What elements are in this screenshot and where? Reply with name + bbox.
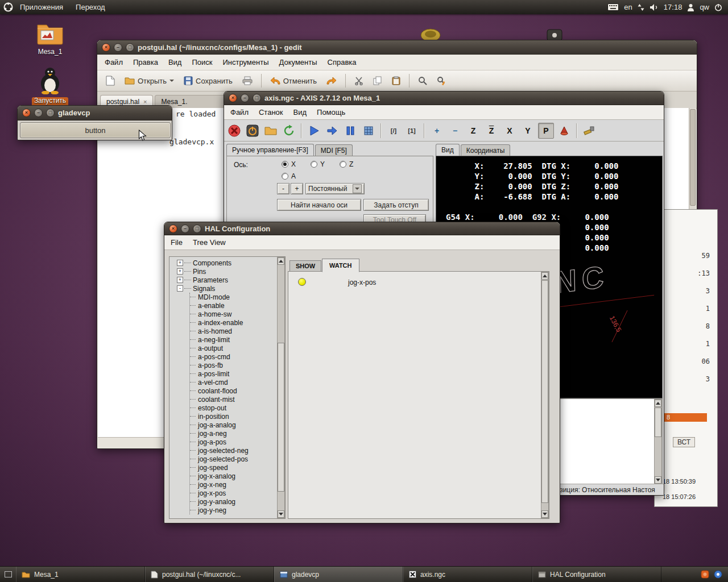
maximize-button[interactable]: □ [126,43,134,52]
jog-mode-select[interactable]: Постоянный [305,183,365,194]
menu-item[interactable]: Файл [100,56,128,69]
tree-item[interactable]: jog-a-analog [190,421,285,429]
tree-item[interactable]: jog-y-neg [190,506,285,514]
tree-item[interactable]: jog-a-pos [190,438,285,446]
radio-axis-z[interactable]: Z [340,160,353,168]
menu-item[interactable]: Tree View [188,236,231,248]
tree-item[interactable]: a-is-homed [190,327,285,335]
replace-button[interactable] [433,74,450,87]
close-button[interactable]: × [22,109,31,117]
paste-button[interactable] [388,74,404,87]
find-button[interactable] [414,74,431,87]
zoom-out-icon[interactable]: − [447,123,463,139]
tree-item[interactable]: estop-out [190,404,285,412]
network-activity-icon[interactable] [638,3,644,11]
tree-item[interactable]: MDI-mode [190,293,285,301]
tree-item[interactable]: jog-a-neg [190,429,285,438]
user-icon[interactable] [687,3,694,11]
radio-axis-x[interactable]: X [282,160,296,168]
tray-icon-orange[interactable] [701,570,709,579]
minimize-button[interactable]: – [34,109,43,117]
keyboard-icon[interactable] [607,3,619,11]
view-z2-button[interactable]: Z [483,123,499,139]
radio-axis-a[interactable]: A [282,172,296,180]
open-button[interactable]: Открыть [121,75,178,87]
tree-item[interactable]: a-pos-fb [190,361,285,369]
scrollbar-thumb[interactable] [690,109,696,206]
tree-root-item[interactable]: - Signals [177,284,285,293]
tree-item[interactable]: jog-x-neg [190,480,285,489]
touch-off-button[interactable]: Задать отступ [363,199,429,211]
maximize-button[interactable]: □ [253,94,261,102]
volume-icon[interactable] [650,3,659,11]
optional-stop-toggle[interactable]: [1] [404,123,420,139]
tree-expander[interactable]: + [177,277,183,283]
distributor-logo-icon[interactable] [3,2,13,12]
tree-expander[interactable]: - [177,285,183,292]
tree-item[interactable]: coolant-mist [190,395,285,404]
zoom-in-icon[interactable]: + [429,123,445,139]
save-button[interactable]: Сохранить [180,74,237,87]
tree-root-item[interactable]: + Parameters [177,276,285,284]
taskbar-item-gedit[interactable]: postgui.hal (~/linuxcnc/c... [145,567,274,582]
menu-item[interactable]: Инструменты [217,56,274,69]
tree-item[interactable]: jog-selected-pos [190,455,285,463]
menu-item[interactable]: Документы [274,56,322,69]
scrollbar-thumb[interactable] [655,408,661,437]
home-axis-button[interactable]: Найти начало оси [277,199,361,211]
menu-item[interactable]: Файл [225,106,254,118]
hal-tree-panel[interactable]: + Components + Pins + Parameters - Signa… [169,256,286,519]
tree-item[interactable]: jog-speed [190,463,285,472]
menu-item[interactable]: Станок [254,106,288,118]
rotate-view-icon[interactable] [556,123,572,139]
clear-plot-icon[interactable] [581,123,597,139]
gedit-titlebar[interactable]: × – □ postgui.hal (~/linuxcnc/configs/Me… [97,40,697,55]
tab-mdi[interactable]: MDI [F5] [315,144,353,156]
view-z-button[interactable]: Z [465,123,481,139]
tab-watch[interactable]: WATCH [322,259,359,272]
scroll-up-arrow[interactable] [655,400,661,407]
minimize-button[interactable]: – [241,94,249,102]
menu-item[interactable]: Справка [322,56,362,69]
jog-minus-button[interactable]: - [277,183,289,194]
radio-axis-y[interactable]: Y [311,160,325,168]
step-icon[interactable] [324,123,340,139]
cut-button[interactable] [350,74,367,87]
taskbar-item-axis[interactable]: axis.ngc [403,567,532,582]
watch-panel[interactable]: jog-x-pos [288,271,549,519]
desktop-icon-mesa1[interactable]: Mesa_1 [32,22,68,56]
stop-icon[interactable] [361,123,377,139]
menu-item[interactable]: Помощь [312,106,350,118]
tree-item[interactable]: a-vel-cmd [190,378,285,386]
tree-expander[interactable]: + [177,260,183,266]
watch-scrollbar[interactable] [541,272,549,518]
hal-titlebar[interactable]: × – □ HAL Configuration [164,222,560,235]
jog-plus-button[interactable]: + [291,183,303,194]
close-button[interactable]: × [229,94,237,102]
menu-item[interactable]: Поиск [187,56,217,69]
clock-indicator[interactable]: 17:18 [664,3,682,11]
tab-dro[interactable]: Координаты [461,144,511,156]
tab-close-icon[interactable]: × [143,98,147,105]
tree-expander[interactable]: + [177,268,183,275]
estop-icon[interactable] [226,123,242,139]
print-button[interactable] [238,74,257,87]
tree-item[interactable]: jog-x-analog [190,472,285,480]
tab-show[interactable]: SHOW [289,260,321,272]
minimize-button[interactable]: – [114,43,122,52]
tree-item[interactable]: a-index-enable [190,318,285,327]
session-power-icon[interactable] [714,3,722,11]
show-desktop-button[interactable] [0,567,16,582]
scroll-up-arrow[interactable] [541,272,548,280]
menu-item[interactable]: Правка [128,56,163,69]
maximize-button[interactable]: □ [46,109,55,117]
reload-icon[interactable] [281,123,297,139]
tray-icon-blue[interactable] [714,570,722,579]
new-document-button[interactable] [102,74,119,88]
view-x-button[interactable]: X [502,123,518,139]
tree-item[interactable]: a-enable [190,301,285,310]
scrollbar-thumb[interactable] [541,280,548,503]
taskbar-item-halconfig[interactable]: HAL Configuration [532,567,661,582]
close-button[interactable]: × [102,43,110,52]
scroll-up-arrow[interactable] [278,257,284,265]
